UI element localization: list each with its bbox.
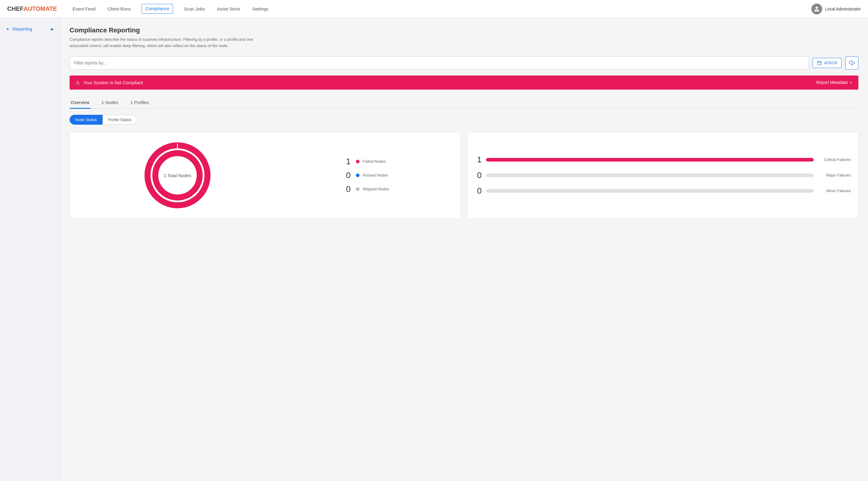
- failed-count: 1: [342, 157, 350, 166]
- nodes-donut-card: 1 Total Nodes 1 Failed Nodes 0 Passed No…: [69, 132, 461, 219]
- nav-asset-store[interactable]: Asset Store: [216, 4, 241, 14]
- chevron-right-icon: ▶: [51, 27, 54, 31]
- nav-event-feed[interactable]: Event Feed: [71, 4, 97, 14]
- sidebar-item-reporting[interactable]: ✦ Reporting ▶: [0, 23, 60, 35]
- minor-label: Minor Failures: [818, 189, 851, 193]
- report-metadata-button[interactable]: Report Metadata +: [816, 80, 852, 85]
- app-logo: CHEFAUTOMATE: [7, 5, 57, 12]
- major-bar-track: [486, 173, 814, 177]
- skipped-label: Skipped Nodes: [363, 187, 389, 191]
- export-button[interactable]: [845, 56, 859, 69]
- legend-failed: 1 Failed Nodes: [342, 157, 389, 166]
- logo-automate: AUTOMATE: [23, 5, 57, 12]
- reporting-icon: ✦: [6, 27, 9, 31]
- banner-message: ⚠ Your System is Not Compliant: [75, 80, 143, 86]
- tab-overview[interactable]: Overview: [69, 97, 91, 108]
- critical-bar-track: [486, 158, 814, 162]
- nav-settings[interactable]: Settings: [251, 4, 270, 14]
- plus-icon: +: [850, 80, 852, 85]
- bar-critical: 1 Critical Failures: [475, 155, 851, 164]
- avatar: [811, 4, 822, 14]
- nav-links: Event Feed Client Runs Compliance Scan J…: [71, 4, 811, 14]
- main-content: Compliance Reporting Compliance reports …: [60, 18, 868, 481]
- critical-label: Critical Failures: [818, 157, 851, 162]
- filter-input[interactable]: [69, 56, 809, 69]
- layout: ✦ Reporting ▶ Compliance Reporting Compl…: [0, 18, 868, 481]
- tabs: Overview 1 Nodes 1 Profiles: [69, 97, 859, 109]
- minor-bar-track: [486, 189, 814, 193]
- nodes-legend: 1 Failed Nodes 0 Passed Nodes 0 Skipped …: [342, 157, 389, 194]
- critical-bar-fill: [486, 158, 814, 162]
- legend-skipped: 0 Skipped Nodes: [342, 184, 389, 194]
- profile-status-toggle[interactable]: Profile Status: [102, 115, 137, 125]
- failed-dot: [356, 160, 360, 163]
- bar-minor: 0 Minor Failures: [475, 186, 851, 196]
- sidebar: ✦ Reporting ▶: [0, 18, 60, 481]
- metadata-label: Report Metadata: [816, 80, 847, 85]
- page-title: Compliance Reporting: [69, 26, 859, 34]
- skipped-dot: [356, 187, 360, 191]
- major-count: 0: [475, 170, 482, 180]
- passed-label: Passed Nodes: [363, 173, 388, 178]
- status-banner: ⚠ Your System is Not Compliant Report Me…: [69, 75, 859, 90]
- toggle-group: Node Status Profile Status: [69, 115, 859, 125]
- donut-chart: 1 Total Nodes: [142, 139, 214, 211]
- legend-passed: 0 Passed Nodes: [342, 170, 389, 180]
- svg-rect-0: [818, 61, 821, 65]
- donut-center-label: 1 Total Nodes: [164, 172, 191, 178]
- failures-bar-card: 1 Critical Failures 0 Major Failures: [467, 132, 859, 219]
- bar-major: 0 Major Failures: [475, 170, 851, 180]
- tab-profiles[interactable]: 1 Profiles: [129, 97, 150, 108]
- passed-dot: [356, 173, 360, 177]
- sidebar-item-label: Reporting: [12, 26, 32, 31]
- failed-label: Failed Nodes: [363, 159, 385, 164]
- nav-scan-jobs[interactable]: Scan Jobs: [183, 4, 206, 14]
- nav-client-runs[interactable]: Client Runs: [106, 4, 132, 14]
- tab-nodes[interactable]: 1 Nodes: [100, 97, 120, 108]
- minor-count: 0: [475, 186, 482, 196]
- filter-bar: 4/25/19: [69, 56, 859, 69]
- banner-text: Your System is Not Compliant: [83, 80, 143, 85]
- page-description: Compliance reports describe the status o…: [69, 37, 261, 49]
- warning-icon: ⚠: [75, 80, 80, 86]
- user-area: Local Administrator: [811, 4, 861, 14]
- critical-count: 1: [475, 155, 482, 164]
- date-label: 4/25/19: [824, 61, 837, 65]
- major-label: Major Failures: [818, 173, 851, 178]
- date-picker-button[interactable]: 4/25/19: [812, 58, 842, 68]
- logo-chef: CHEF: [7, 5, 23, 12]
- skipped-count: 0: [342, 184, 350, 194]
- passed-count: 0: [342, 170, 350, 180]
- top-nav: CHEFAUTOMATE Event Feed Client Runs Comp…: [0, 0, 868, 18]
- cards-row: 1 Total Nodes 1 Failed Nodes 0 Passed No…: [69, 132, 859, 219]
- user-name: Local Administrator: [825, 7, 861, 11]
- node-status-toggle[interactable]: Node Status: [69, 115, 102, 125]
- nav-compliance[interactable]: Compliance: [142, 4, 173, 14]
